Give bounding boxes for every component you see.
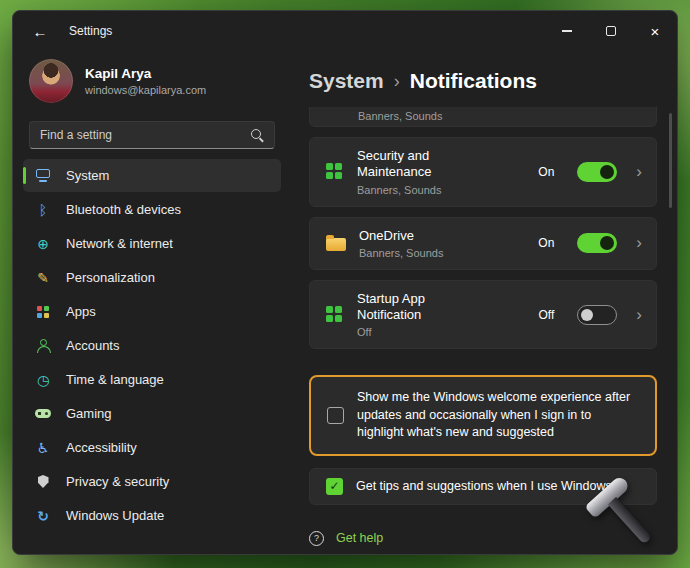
get-help-label[interactable]: Get help xyxy=(336,531,383,545)
breadcrumb-notifications: Notifications xyxy=(410,69,537,93)
sidebar-item-label: Windows Update xyxy=(66,508,164,523)
minimize-button[interactable] xyxy=(545,11,589,51)
windows-update-icon: ↻ xyxy=(34,509,52,523)
profile-name: Kapil Arya xyxy=(85,66,206,81)
row-subtitle: Banners, Sounds xyxy=(359,247,525,259)
sidebar-item-label: Gaming xyxy=(66,406,112,421)
tips-suggestions-label: Get tips and suggestions when I use Wind… xyxy=(356,479,642,493)
accessibility-icon: ♿ xyxy=(34,441,52,455)
breadcrumb-separator-icon: › xyxy=(394,71,400,92)
personalization-icon: ✎ xyxy=(34,271,52,285)
footer-links: ? Get help Give feedback xyxy=(309,531,657,554)
maximize-icon xyxy=(606,26,616,36)
notification-row-partial[interactable]: Banners, Sounds xyxy=(309,107,657,127)
tips-suggestions-option[interactable]: ✓ Get tips and suggestions when I use Wi… xyxy=(309,468,657,505)
back-icon: ← xyxy=(33,23,48,40)
startup-app-toggle[interactable] xyxy=(577,305,617,325)
settings-window: ← Settings × Kapil Arya windows@kapilary… xyxy=(12,10,678,555)
search-box[interactable] xyxy=(29,121,275,149)
onedrive-toggle[interactable] xyxy=(577,233,617,253)
profile-email: windows@kapilarya.com xyxy=(85,84,206,96)
sidebar-item-gaming[interactable]: Gaming xyxy=(23,397,281,430)
row-text: OneDrive Banners, Sounds xyxy=(359,228,525,259)
sidebar-item-label: Network & internet xyxy=(66,236,173,251)
breadcrumb: System › Notifications xyxy=(309,69,657,93)
security-maintenance-app-icon xyxy=(326,163,344,181)
window-controls: × xyxy=(545,11,677,51)
profile[interactable]: Kapil Arya windows@kapilarya.com xyxy=(13,51,291,111)
row-text: Startup App Notification Off xyxy=(357,291,526,339)
notification-row-startup-app[interactable]: Startup App Notification Off Off › xyxy=(309,280,657,350)
welcome-experience-option[interactable]: Show me the Windows welcome experience a… xyxy=(309,375,657,456)
close-icon: × xyxy=(651,23,660,40)
row-subtitle: Off xyxy=(357,326,526,338)
main-content: System › Notifications Banners, Sounds S… xyxy=(291,51,677,554)
system-icon xyxy=(34,169,52,182)
sidebar-item-system[interactable]: System xyxy=(23,159,281,192)
sidebar-item-label: Accessibility xyxy=(66,440,137,455)
close-button[interactable]: × xyxy=(633,11,677,51)
breadcrumb-system[interactable]: System xyxy=(309,69,384,93)
sidebar-item-network-internet[interactable]: ⊕ Network & internet xyxy=(23,227,281,260)
maximize-button[interactable] xyxy=(589,11,633,51)
time-language-icon: ◷ xyxy=(34,373,52,387)
row-subtitle: Banners, Sounds xyxy=(357,184,525,196)
onedrive-app-icon xyxy=(326,238,346,251)
scrollbar[interactable] xyxy=(669,113,672,208)
window-body: Kapil Arya windows@kapilarya.com System … xyxy=(13,51,677,554)
sidebar-item-windows-update[interactable]: ↻ Windows Update xyxy=(23,499,281,532)
sidebar-item-label: Privacy & security xyxy=(66,474,169,489)
row-subtitle: Banners, Sounds xyxy=(358,110,442,122)
sidebar-item-apps[interactable]: Apps xyxy=(23,295,281,328)
row-title: OneDrive xyxy=(359,228,489,244)
sidebar-item-bluetooth-devices[interactable]: ᛒ Bluetooth & devices xyxy=(23,193,281,226)
toggle-state-label: Off xyxy=(539,308,555,322)
privacy-security-icon xyxy=(34,475,52,488)
row-text: Security and Maintenance Banners, Sounds xyxy=(357,148,525,196)
chevron-right-icon[interactable]: › xyxy=(636,233,642,253)
network-icon: ⊕ xyxy=(34,237,52,251)
row-title: Security and Maintenance xyxy=(357,148,487,181)
gaming-icon xyxy=(34,409,52,418)
welcome-experience-checkbox[interactable] xyxy=(327,407,344,424)
sidebar-item-label: Apps xyxy=(66,304,96,319)
apps-icon xyxy=(34,306,52,318)
chevron-right-icon[interactable]: › xyxy=(636,162,642,182)
sidebar-item-accessibility[interactable]: ♿ Accessibility xyxy=(23,431,281,464)
sidebar-item-label: Bluetooth & devices xyxy=(66,202,181,217)
tips-suggestions-checkbox[interactable]: ✓ xyxy=(326,478,343,495)
sidebar-item-accounts[interactable]: Accounts xyxy=(23,329,281,362)
notification-row-security-maintenance[interactable]: Security and Maintenance Banners, Sounds… xyxy=(309,137,657,207)
sidebar-item-time-language[interactable]: ◷ Time & language xyxy=(23,363,281,396)
minimize-icon xyxy=(562,30,572,31)
profile-text: Kapil Arya windows@kapilarya.com xyxy=(85,66,206,96)
search-input[interactable] xyxy=(40,128,251,142)
startup-app-icon xyxy=(326,306,344,324)
row-title: Startup App Notification xyxy=(357,291,487,324)
chevron-right-icon[interactable]: › xyxy=(636,305,642,325)
window-title: Settings xyxy=(69,24,112,38)
notification-row-onedrive[interactable]: OneDrive Banners, Sounds On › xyxy=(309,217,657,270)
security-maintenance-toggle[interactable] xyxy=(577,162,617,182)
search-icon xyxy=(251,129,264,142)
titlebar: ← Settings × xyxy=(13,11,677,51)
sidebar-item-label: Personalization xyxy=(66,270,155,285)
sidebar-item-label: Time & language xyxy=(66,372,164,387)
toggle-state-label: On xyxy=(538,236,554,250)
sidebar-nav: System ᛒ Bluetooth & devices ⊕ Network &… xyxy=(13,159,291,532)
toggle-state-label: On xyxy=(538,165,554,179)
sidebar-item-label: System xyxy=(66,168,109,183)
accounts-icon xyxy=(34,339,52,353)
sidebar-item-label: Accounts xyxy=(66,338,119,353)
back-button[interactable]: ← xyxy=(23,17,57,45)
get-help-link[interactable]: ? Get help xyxy=(309,531,657,546)
bluetooth-icon: ᛒ xyxy=(34,203,52,217)
get-help-icon: ? xyxy=(309,531,324,546)
sidebar-item-privacy-security[interactable]: Privacy & security xyxy=(23,465,281,498)
welcome-experience-label: Show me the Windows welcome experience a… xyxy=(357,389,641,442)
sidebar-item-personalization[interactable]: ✎ Personalization xyxy=(23,261,281,294)
avatar xyxy=(29,59,73,103)
sidebar: Kapil Arya windows@kapilarya.com System … xyxy=(13,51,291,554)
